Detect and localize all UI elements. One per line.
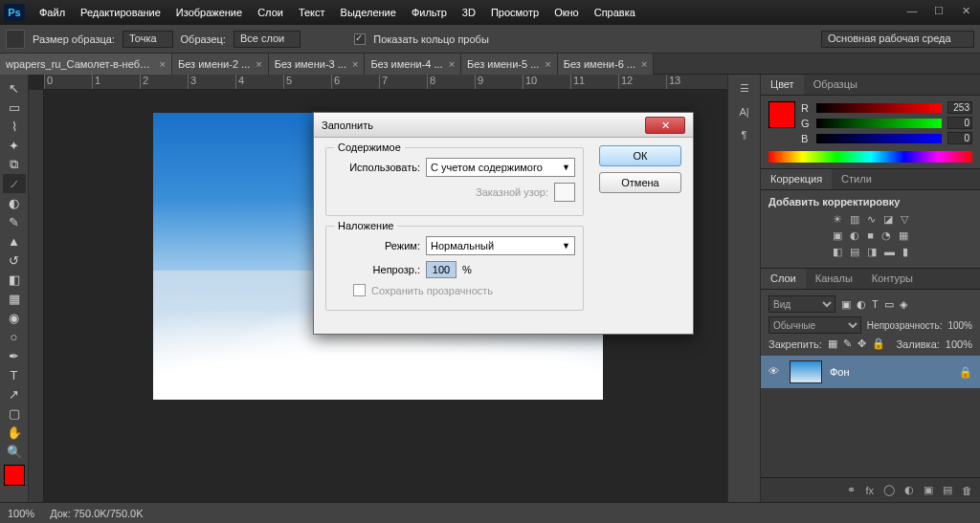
menu-text[interactable]: Текст — [292, 4, 332, 21]
new-layer-icon[interactable]: ▤ — [943, 484, 952, 496]
b-value[interactable]: 0 — [947, 132, 972, 144]
menu-image[interactable]: Изображение — [169, 4, 249, 21]
adj-threshold-icon[interactable]: ◨ — [867, 246, 877, 258]
maximize-button[interactable]: ☐ — [928, 5, 949, 20]
new-fill-icon[interactable]: ◐ — [904, 484, 914, 496]
blur-tool[interactable]: ◉ — [3, 308, 26, 327]
menu-edit[interactable]: Редактирование — [74, 4, 167, 21]
filter-adj-icon[interactable]: ◐ — [857, 298, 866, 311]
filter-smart-icon[interactable]: ◈ — [900, 298, 907, 311]
menu-filter[interactable]: Фильтр — [405, 4, 454, 21]
adj-bw-icon[interactable]: ■ — [867, 229, 874, 242]
tab-channels[interactable]: Каналы — [806, 269, 862, 289]
tab-color[interactable]: Цвет — [761, 75, 804, 95]
adj-poster-icon[interactable]: ▤ — [850, 246, 859, 258]
mask-icon[interactable]: ◯ — [883, 484, 895, 496]
menu-select[interactable]: Выделение — [334, 4, 403, 21]
stamp-tool[interactable]: ▲ — [3, 231, 26, 251]
adj-levels-icon[interactable]: ▥ — [850, 213, 859, 226]
adj-invert-icon[interactable]: ◧ — [833, 246, 842, 258]
r-value[interactable]: 253 — [947, 101, 972, 114]
close-button[interactable]: ✕ — [955, 5, 976, 20]
doc-tab-3[interactable]: Без имени-4 ...× — [365, 54, 461, 75]
gradient-tool[interactable]: ▦ — [3, 289, 26, 308]
filter-image-icon[interactable]: ▣ — [841, 298, 851, 311]
dialog-close-button[interactable]: ✕ — [645, 117, 685, 134]
type-tool[interactable]: T — [3, 365, 26, 384]
close-icon[interactable]: × — [256, 58, 261, 70]
doc-tab-4[interactable]: Без имени-5 ...× — [461, 54, 558, 75]
foreground-color[interactable] — [4, 465, 25, 486]
close-icon[interactable]: × — [545, 58, 550, 70]
close-icon[interactable]: × — [449, 58, 455, 70]
eraser-tool[interactable]: ◧ — [3, 270, 26, 289]
dialog-titlebar[interactable]: Заполнить ✕ — [314, 113, 693, 138]
lasso-tool[interactable]: ⌇ — [3, 117, 26, 136]
menu-help[interactable]: Справка — [588, 4, 642, 21]
marquee-tool[interactable]: ▭ — [3, 98, 26, 117]
active-tool-icon[interactable] — [6, 30, 25, 49]
tab-swatches[interactable]: Образцы — [804, 75, 867, 95]
adj-mixer-icon[interactable]: ▦ — [899, 229, 908, 242]
wand-tool[interactable]: ✦ — [3, 136, 26, 155]
minimize-button[interactable]: — — [902, 5, 923, 20]
mode-select[interactable]: Нормальный▼ — [426, 236, 575, 255]
lock-transparent-icon[interactable]: ▦ — [828, 338, 837, 350]
close-icon[interactable]: × — [160, 58, 166, 70]
blend-mode-select[interactable]: Обычные — [768, 316, 861, 334]
path-tool[interactable]: ↗ — [3, 384, 26, 403]
menu-3d[interactable]: 3D — [456, 4, 482, 21]
menu-file[interactable]: Файл — [33, 4, 72, 21]
dlg-opacity-input[interactable] — [426, 261, 457, 278]
adj-vibrance-icon[interactable]: ▽ — [901, 213, 908, 226]
show-ring-checkbox[interactable] — [354, 33, 366, 45]
sample-size-select[interactable]: Точка — [122, 31, 173, 48]
heal-tool[interactable]: ◐ — [3, 193, 26, 212]
doc-tab-1[interactable]: Без имени-2 ...× — [172, 54, 269, 75]
brush-tool[interactable]: ✎ — [3, 212, 26, 231]
adj-balance-icon[interactable]: ◐ — [850, 229, 859, 242]
close-icon[interactable]: × — [641, 58, 647, 70]
adj-photo-icon[interactable]: ◔ — [881, 229, 891, 242]
adj-hue-icon[interactable]: ▣ — [833, 229, 842, 242]
sample-select[interactable]: Все слои — [234, 31, 301, 48]
fx-icon[interactable]: fx — [865, 485, 874, 496]
doc-tab-2[interactable]: Без имени-3 ...× — [269, 54, 366, 75]
link-layers-icon[interactable]: ⚭ — [847, 484, 856, 496]
adj-curves-icon[interactable]: ∿ — [867, 213, 876, 226]
tab-layers[interactable]: Слои — [761, 269, 806, 289]
eyedropper-tool[interactable]: ⟋ — [3, 174, 26, 193]
menu-window[interactable]: Окно — [547, 4, 586, 21]
adj-brightness-icon[interactable]: ☀ — [833, 213, 842, 226]
filter-type-icon[interactable]: T — [872, 298, 879, 310]
menu-layers[interactable]: Слои — [251, 4, 290, 21]
tab-paths[interactable]: Контуры — [862, 269, 923, 289]
crop-tool[interactable]: ⧉ — [3, 155, 26, 174]
hand-tool[interactable]: ✋ — [3, 423, 26, 442]
adj-exposure-icon[interactable]: ◪ — [883, 213, 893, 226]
g-slider[interactable] — [816, 119, 942, 128]
fill-value[interactable]: 100% — [946, 338, 972, 350]
adj-gradient-icon[interactable]: ▬ — [884, 246, 895, 258]
shape-tool[interactable]: ▢ — [3, 403, 26, 423]
visibility-icon[interactable]: 👁 — [768, 365, 782, 379]
use-select[interactable]: С учетом содержимого▼ — [426, 158, 575, 177]
pen-tool[interactable]: ✒ — [3, 346, 26, 365]
zoom-level[interactable]: 100% — [8, 508, 34, 519]
ok-button[interactable]: ОК — [599, 145, 681, 166]
r-slider[interactable] — [816, 103, 942, 113]
spectrum-bar[interactable] — [768, 151, 972, 163]
layer-thumbnail[interactable] — [790, 360, 822, 383]
lock-all-icon[interactable]: 🔒 — [872, 338, 885, 350]
dodge-tool[interactable]: ○ — [3, 327, 26, 346]
history-icon[interactable]: ☰ — [740, 82, 749, 95]
close-icon[interactable]: × — [352, 58, 358, 70]
delete-layer-icon[interactable]: 🗑 — [962, 485, 972, 496]
doc-tab-0[interactable]: wpapers_ru_Самолет-в-небе.jpg @ 100% (RG… — [0, 54, 172, 75]
move-tool[interactable]: ↖ — [3, 78, 26, 98]
lock-pixels-icon[interactable]: ✎ — [843, 338, 852, 350]
layer-row[interactable]: 👁 Фон 🔒 — [761, 356, 980, 388]
tab-adjustments[interactable]: Коррекция — [761, 169, 832, 189]
filter-shape-icon[interactable]: ▭ — [884, 298, 894, 311]
character-icon[interactable]: A| — [739, 106, 748, 118]
